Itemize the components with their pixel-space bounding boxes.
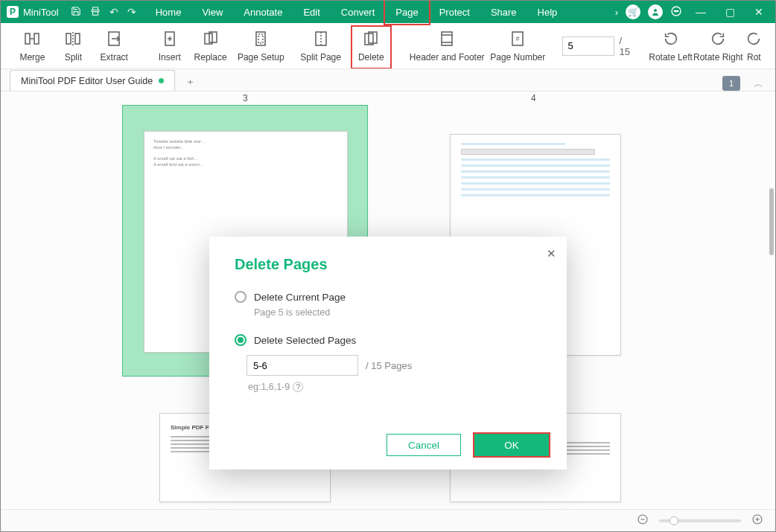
svg-rect-8 <box>66 33 71 44</box>
main-menu: Home View Annotate Edit Convert Page Pro… <box>145 1 568 23</box>
app-logo: P MiniTool <box>7 6 59 18</box>
range-input-row: / 15 Pages <box>247 355 541 376</box>
maximize-button[interactable]: ▢ <box>719 6 741 18</box>
ribbon-page-number[interactable]: # Page Number <box>488 25 547 67</box>
menu-convert[interactable]: Convert <box>331 1 386 23</box>
page-setup-icon <box>252 30 270 48</box>
ribbon-split-page[interactable]: Split Page <box>290 25 350 67</box>
menu-edit[interactable]: Edit <box>293 1 330 23</box>
quick-access-toolbar: ↶ ↷ <box>71 6 136 19</box>
svg-point-5 <box>677 10 678 11</box>
svg-point-3 <box>674 10 675 11</box>
svg-rect-9 <box>75 33 80 44</box>
doc-tab[interactable]: MiniTool PDF Editor User Guide <box>10 70 175 91</box>
statusbar <box>1 509 775 531</box>
document-tabs: MiniTool PDF Editor User Guide ＋ 1 ︿ <box>1 69 775 92</box>
new-tab-button[interactable]: ＋ <box>181 73 199 91</box>
svg-rect-7 <box>34 33 39 44</box>
ribbon-split[interactable]: Split <box>53 25 94 67</box>
dialog-close-button[interactable]: ✕ <box>547 247 556 260</box>
app-name: MiniTool <box>23 7 59 18</box>
account-icon[interactable] <box>648 4 663 19</box>
merge-icon <box>23 30 41 48</box>
split-page-icon <box>312 30 330 48</box>
rotate-icon <box>745 30 763 48</box>
svg-rect-19 <box>442 32 452 45</box>
svg-rect-0 <box>92 11 98 15</box>
page-grid: 3 4 5 6 Twinkle twinkle little star…How … <box>1 92 775 508</box>
range-total: / 15 Pages <box>366 360 412 371</box>
ok-button[interactable]: OK <box>474 434 549 456</box>
tab-title: MiniTool PDF Editor User Guide <box>21 76 153 86</box>
svg-point-1 <box>654 9 657 12</box>
titlebar: P MiniTool ↶ ↷ Home View Annotate Edit C… <box>1 1 775 23</box>
page-total: / 15 <box>619 35 634 57</box>
menu-help[interactable]: Help <box>527 1 568 23</box>
dialog-buttons: Cancel OK <box>387 434 549 456</box>
redo-icon[interactable]: ↷ <box>127 6 136 19</box>
radio-icon <box>235 291 247 303</box>
svg-rect-15 <box>258 34 263 43</box>
view-chip[interactable]: 1 <box>722 76 740 91</box>
minimize-button[interactable]: — <box>690 6 712 18</box>
zoom-in-button[interactable] <box>751 513 763 528</box>
undo-icon[interactable]: ↶ <box>109 6 118 19</box>
menu-protect[interactable]: Protect <box>429 1 480 23</box>
ribbon-page-setup[interactable]: Page Setup <box>231 25 290 67</box>
menu-page[interactable]: Page <box>385 1 428 23</box>
svg-point-4 <box>675 10 676 11</box>
current-page-hint: Page 5 is selected <box>254 307 541 318</box>
delete-pages-dialog: ✕ Delete Pages Delete Current Page Page … <box>209 237 567 469</box>
page-number-icon: # <box>509 30 527 48</box>
ribbon: Merge Split Extract Insert Replace Page … <box>1 23 775 69</box>
page-label-4: 4 <box>531 93 536 103</box>
zoom-out-button[interactable] <box>637 513 649 528</box>
menu-view[interactable]: View <box>191 1 233 23</box>
save-icon[interactable] <box>71 6 81 19</box>
chevron-right-icon[interactable]: › <box>615 7 618 18</box>
split-icon <box>64 30 82 48</box>
collapse-ribbon-button[interactable]: ︿ <box>751 77 766 91</box>
shop-icon[interactable]: 🛒 <box>626 4 640 19</box>
vertical-scrollbar[interactable] <box>769 188 774 255</box>
opt-delete-current[interactable]: Delete Current Page <box>235 291 541 303</box>
help-icon[interactable]: ? <box>293 382 303 392</box>
opt-delete-range[interactable]: Delete Selected Pages <box>235 334 541 346</box>
insert-icon <box>161 30 179 48</box>
extract-icon <box>105 30 123 48</box>
menu-annotate[interactable]: Annotate <box>233 1 293 23</box>
ribbon-rotate-left[interactable]: Rotate Left <box>649 25 693 67</box>
ribbon-rotate-truncated[interactable]: Rot <box>744 25 764 67</box>
ribbon-extract[interactable]: Extract <box>94 25 135 67</box>
svg-text:#: # <box>516 35 520 42</box>
ribbon-merge[interactable]: Merge <box>12 25 53 67</box>
radio-icon <box>235 334 247 346</box>
close-window-button[interactable]: ✕ <box>748 6 769 18</box>
range-example: eg:1,6,1-9 ? <box>248 382 541 392</box>
ribbon-insert[interactable]: Insert <box>149 25 190 67</box>
cancel-button[interactable]: Cancel <box>387 434 461 456</box>
dialog-title: Delete Pages <box>235 256 541 273</box>
menu-home[interactable]: Home <box>145 1 192 23</box>
ribbon-delete[interactable]: Delete <box>351 25 392 67</box>
page-range-input[interactable] <box>247 355 358 376</box>
current-page-input[interactable] <box>562 36 614 56</box>
thumb-lines <box>451 135 620 205</box>
feedback-icon[interactable] <box>670 5 682 19</box>
titlebar-right: › 🛒 — ▢ ✕ <box>615 4 769 19</box>
thumb-text: Twinkle twinkle little star…How I wonder… <box>144 132 347 176</box>
unsaved-dot-icon <box>159 78 164 83</box>
ribbon-rotate-right[interactable]: Rotate Right <box>693 25 744 67</box>
page-input-group: / 15 <box>562 35 634 57</box>
page-label-3: 3 <box>243 93 248 103</box>
header-footer-icon <box>438 30 456 48</box>
ribbon-replace[interactable]: Replace <box>190 25 231 67</box>
print-icon[interactable] <box>90 6 101 19</box>
ribbon-header-footer[interactable]: Header and Footer <box>406 25 488 67</box>
menu-share[interactable]: Share <box>480 1 527 23</box>
delete-page-icon <box>362 30 380 48</box>
zoom-slider[interactable] <box>659 519 741 522</box>
logo-icon: P <box>7 6 19 18</box>
slider-knob-icon <box>670 516 678 525</box>
rotate-right-icon <box>709 30 727 48</box>
